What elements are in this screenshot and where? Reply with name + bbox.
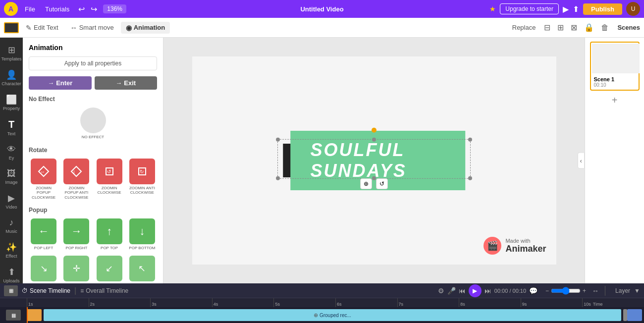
present-button[interactable]: ▶ — [563, 4, 569, 14]
apply-all-button[interactable]: Apply to all properties — [29, 56, 157, 70]
timeline-scene-icon: ▦ — [4, 285, 18, 296]
handle-tl[interactable] — [276, 138, 280, 142]
document-title: Untitled Video — [300, 5, 343, 13]
svg-text:↺: ↺ — [107, 169, 111, 174]
sidebar-item-video[interactable]: ▶ Video — [0, 190, 23, 213]
replace-button[interactable]: Replace — [512, 24, 536, 31]
tab-scene-timeline[interactable]: ⏱ Scene Timeline — [22, 287, 70, 294]
left-sidebar: ⊞ Templates 👤 Character ⬜ Property T Tex… — [0, 38, 23, 283]
sidebar-item-character[interactable]: 👤 Character — [0, 66, 23, 89]
settings-button[interactable]: ⚙ — [438, 287, 444, 295]
no-effect-item[interactable]: No Effect — [29, 107, 157, 141]
scene-card-1[interactable]: Scene 1 00:10 — [590, 42, 640, 91]
exit-tab[interactable]: → Exit — [95, 76, 158, 90]
tutorials-menu[interactable]: Tutorials — [42, 4, 72, 14]
enter-exit-tabs: → Enter → Exit — [29, 76, 157, 90]
anim-item-pop-left[interactable]: ← POP LEFT — [29, 217, 58, 252]
svg-text:↕: ↕ — [73, 169, 75, 174]
layout-icon-2[interactable]: ⊞ — [555, 21, 566, 34]
tab-smart-move[interactable]: ↔ Smart move — [65, 22, 119, 34]
lock-icon[interactable]: 🔒 — [582, 21, 596, 34]
top-bar: A File Tutorials ↩ ↪ Untitled Video 136%… — [0, 0, 644, 18]
add-scene-button[interactable]: + — [612, 95, 618, 106]
property-icon: ⬜ — [6, 94, 17, 105]
enter-tab[interactable]: → Enter — [29, 76, 92, 90]
zoom-indicator[interactable]: 136% — [103, 4, 126, 13]
skip-forward-button[interactable]: ⏭ — [484, 287, 491, 295]
right-tools: ★ Upgrade to starter ▶ ⬆ Publish U — [489, 2, 640, 16]
play-button[interactable]: ▶ — [469, 284, 482, 297]
watermark-text: Made with Animaker — [505, 238, 546, 254]
skip-back-button[interactable]: ⏮ — [459, 287, 466, 295]
redo-button[interactable]: ↪ — [89, 3, 99, 15]
anim-item-pop-bottom-right[interactable]: ↘ POP BOTTOM RIGHT — [29, 255, 58, 283]
anim-item-zoomin-popup-acw[interactable]: ↕ Zoomin popup Anti Clockwise — [61, 158, 91, 201]
tab-animation[interactable]: ◉ Animation — [121, 22, 170, 34]
subtitle-button[interactable]: 💬 — [529, 287, 537, 295]
tab-edit-text[interactable]: ✎ Edit Text — [21, 22, 63, 34]
zoom-minus-icon[interactable]: − — [545, 287, 549, 294]
sidebar-item-effect[interactable]: ✨ Effect — [0, 239, 23, 262]
sidebar-item-text[interactable]: T Text — [0, 116, 23, 139]
timeline-scene-icon-track: ▦ — [6, 310, 21, 321]
app-logo: A — [4, 2, 18, 16]
layout-icon-1[interactable]: ⊟ — [541, 21, 553, 34]
fit-timeline-button[interactable]: ↔ — [592, 287, 599, 295]
ruler-mark-9s: 9s — [521, 298, 583, 307]
move-button[interactable]: ⊕ — [360, 178, 372, 189]
rotate-grid: ↔ Zoomin popup Clockwise ↕ Zoomin popup … — [29, 158, 157, 201]
timeline-right-thumb — [627, 309, 642, 321]
handle-tr[interactable] — [468, 138, 472, 142]
layout-icon-3[interactable]: ⊠ — [568, 21, 580, 34]
sidebar-item-music[interactable]: ♪ Music — [0, 215, 23, 237]
anim-item-pop-top[interactable]: ↑ POP TOP — [95, 217, 124, 252]
anim-label-zoomin-popup-acw: Zoomin popup Anti Clockwise — [62, 186, 90, 200]
share-button[interactable]: ⬆ — [573, 4, 579, 14]
pop-top-thumb: ↑ — [97, 218, 122, 244]
pop-center-thumb: ✛ — [63, 256, 89, 281]
anim-item-pop-center[interactable]: ✛ POP CENTER — [61, 255, 91, 283]
zoomin-popup-acw-thumb: ↕ — [63, 159, 89, 184]
layer-dropdown[interactable]: ▼ — [634, 287, 640, 294]
upgrade-button[interactable]: Upgrade to starter — [500, 3, 559, 14]
banner-text: SOULFUL SUNDAYS — [310, 140, 445, 181]
anim-item-pop-right[interactable]: → POP RIGHT — [61, 217, 91, 252]
anim-item-pop-top-left[interactable]: ↖ POP TOP LEFT — [127, 255, 157, 283]
scene-thumbnail-small — [4, 22, 19, 33]
edit-text-icon: ✎ — [26, 24, 32, 32]
timeline-end-thumb[interactable] — [623, 309, 627, 321]
tab-overall-timeline[interactable]: ≡ Overall Timeline — [80, 287, 128, 294]
sidebar-item-ey[interactable]: 👁 Ey — [0, 141, 23, 163]
svg-text:↻: ↻ — [140, 169, 144, 174]
mic-button[interactable]: 🎤 — [447, 287, 456, 295]
anim-item-zoomin-cw[interactable]: ↺ Zoomin Clockwise — [95, 158, 124, 201]
exit-arrow-icon: → — [115, 79, 122, 87]
handle-br[interactable] — [468, 176, 472, 180]
timeline-vid-thumb — [27, 309, 42, 321]
delete-icon[interactable]: 🗑 — [598, 22, 611, 34]
sidebar-item-property[interactable]: ⬜ Property — [0, 91, 23, 114]
image-icon: 🖼 — [7, 168, 16, 179]
file-menu[interactable]: File — [22, 4, 38, 14]
scenes-label: Scenes — [617, 24, 640, 31]
sidebar-item-uploads[interactable]: ⬆ Uploads — [0, 264, 23, 283]
collapse-panel-button[interactable]: ‹ — [578, 153, 585, 169]
anim-item-pop-bottom[interactable]: ↓ POP BOTTOM — [127, 217, 157, 252]
timeline-track-bar[interactable]: ⊕ Grouped rec... — [44, 309, 621, 321]
zoom-plus-icon[interactable]: + — [583, 287, 586, 294]
ruler-mark-6s: 6s — [335, 298, 397, 307]
publish-button[interactable]: Publish — [583, 3, 622, 15]
anim-item-zoomin-acw[interactable]: ↻ Zoomin Anti Clockwise — [127, 158, 157, 201]
zoom-slider[interactable] — [551, 287, 581, 295]
rotate-button[interactable]: ↺ — [376, 178, 388, 189]
anim-item-zoomin-popup-cw[interactable]: ↔ Zoomin popup Clockwise — [29, 158, 58, 201]
undo-redo-group: ↩ ↪ — [76, 3, 99, 15]
anim-item-pop-bottom-left[interactable]: ↙ POP BOTTOM LEFT — [95, 255, 124, 283]
undo-button[interactable]: ↩ — [76, 3, 87, 15]
handle-bl[interactable] — [276, 176, 280, 180]
zoom-range: − + — [545, 287, 586, 295]
sidebar-item-templates[interactable]: ⊞ Templates — [0, 42, 23, 64]
anim-label-zoomin-acw: Zoomin Anti Clockwise — [128, 186, 156, 195]
sidebar-item-image[interactable]: 🖼 Image — [0, 165, 23, 188]
uploads-icon: ⬆ — [8, 267, 15, 277]
